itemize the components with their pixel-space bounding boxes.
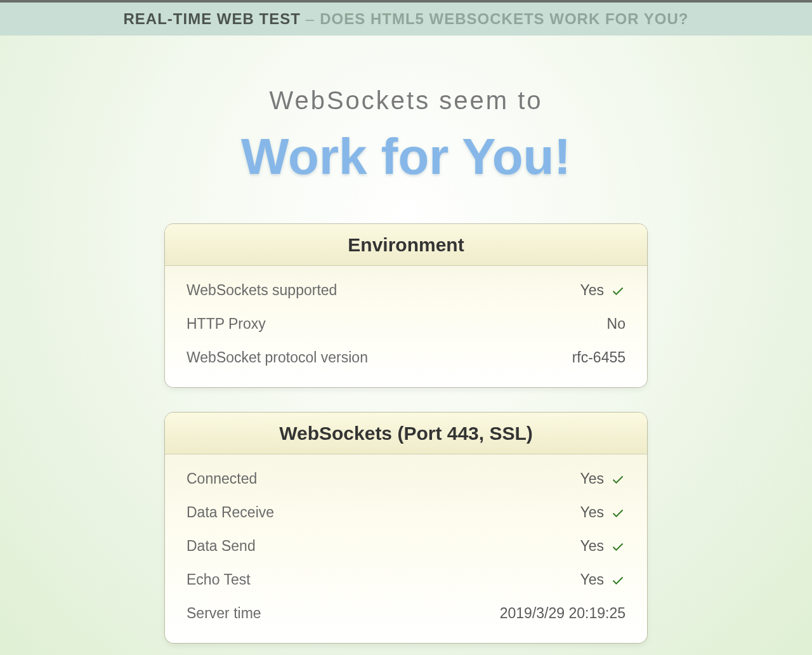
row-value: Yes <box>580 504 625 521</box>
row-label: HTTP Proxy <box>187 315 266 333</box>
row-label: WebSockets supported <box>187 282 337 299</box>
row-label: Data Send <box>187 538 256 555</box>
row-value: No <box>607 315 625 333</box>
row-value-text: rfc-6455 <box>572 349 625 366</box>
row-value-text: Yes <box>580 470 604 487</box>
row-value: rfc-6455 <box>572 349 625 366</box>
websockets-443-panel-body: Connected Yes Data Receive Yes Data Send… <box>165 454 647 643</box>
headline-main: Work for You! <box>0 128 812 186</box>
row-value-text: Yes <box>580 571 604 588</box>
top-banner: REAL-TIME WEB TEST – DOES HTML5 WEBSOCKE… <box>0 0 812 36</box>
banner-title-rest: DOES HTML5 WEBSOCKETS WORK FOR YOU? <box>320 10 688 28</box>
row-value: Yes <box>580 282 625 299</box>
row-data-receive: Data Receive Yes <box>187 496 625 529</box>
websockets-443-panel-title: WebSockets (Port 443, SSL) <box>279 423 533 444</box>
row-value-text: Yes <box>580 282 604 299</box>
row-websockets-supported: WebSockets supported Yes <box>187 274 625 307</box>
check-icon <box>610 283 625 298</box>
row-value: Yes <box>580 571 625 588</box>
websockets-443-panel-header: WebSockets (Port 443, SSL) <box>165 413 647 454</box>
row-label: WebSocket protocol version <box>187 349 368 366</box>
row-value: Yes <box>580 538 625 555</box>
row-protocol-version: WebSocket protocol version rfc-6455 <box>187 341 625 374</box>
banner-separator: – <box>301 10 320 28</box>
row-value: Yes <box>580 470 625 487</box>
environment-panel-title: Environment <box>348 234 464 256</box>
environment-panel-header: Environment <box>165 224 647 266</box>
row-value-text: 2019/3/29 20:19:25 <box>500 605 625 622</box>
row-value-text: Yes <box>580 538 604 555</box>
headline-lead: WebSockets seem to <box>0 86 812 115</box>
row-label: Connected <box>187 470 257 487</box>
environment-panel-body: WebSockets supported Yes HTTP Proxy No W… <box>165 266 647 387</box>
row-connected: Connected Yes <box>187 462 625 496</box>
check-icon <box>610 472 625 487</box>
row-value-text: Yes <box>580 504 604 521</box>
row-echo-test: Echo Test Yes <box>187 563 625 597</box>
row-label: Server time <box>187 605 261 622</box>
row-label: Data Receive <box>187 504 274 521</box>
websockets-443-panel: WebSockets (Port 443, SSL) Connected Yes… <box>165 413 647 643</box>
row-label: Echo Test <box>187 571 251 588</box>
headline: WebSockets seem to Work for You! <box>0 86 812 186</box>
environment-panel: Environment WebSockets supported Yes HTT… <box>165 224 647 387</box>
check-icon <box>610 505 625 520</box>
row-http-proxy: HTTP Proxy No <box>187 307 625 341</box>
check-icon <box>610 539 625 554</box>
banner-title-strong: REAL-TIME WEB TEST <box>124 10 301 28</box>
row-data-send: Data Send Yes <box>187 529 625 563</box>
row-value-text: No <box>607 315 625 333</box>
row-value: 2019/3/29 20:19:25 <box>500 605 625 622</box>
row-server-time: Server time 2019/3/29 20:19:25 <box>187 597 625 630</box>
check-icon <box>610 572 625 588</box>
